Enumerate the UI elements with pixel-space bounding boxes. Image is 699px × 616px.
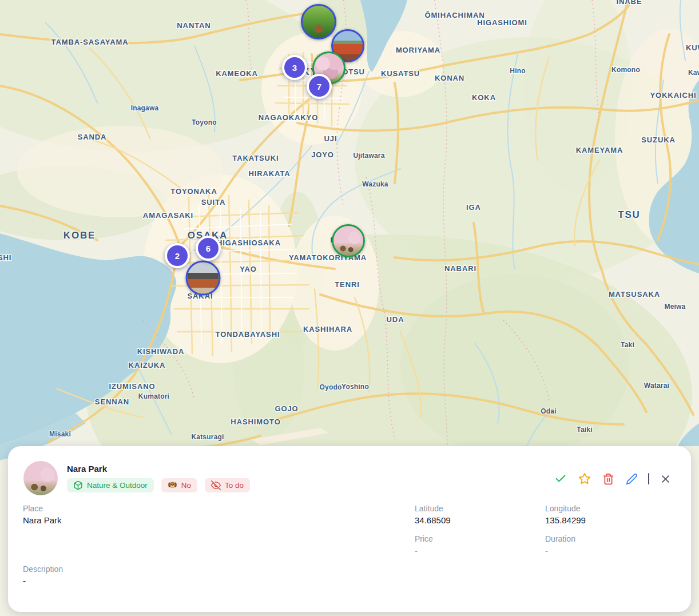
map-label: IGA bbox=[466, 203, 481, 212]
map-label: Inagawa bbox=[131, 104, 159, 112]
map-label: MORIYAMA bbox=[396, 46, 440, 54]
map-label: OTSU bbox=[342, 67, 365, 76]
cluster-marker-3[interactable]: 3 bbox=[282, 55, 307, 80]
map-label: Meiwa bbox=[664, 303, 685, 311]
map-label: KOKA bbox=[472, 93, 496, 102]
map-label: SANDA bbox=[78, 133, 107, 141]
map-label: Ujitawara bbox=[353, 152, 384, 160]
pets-tag-label: No bbox=[181, 481, 191, 490]
check-icon bbox=[554, 472, 567, 485]
map-label: TONDABAYASHI bbox=[216, 330, 280, 339]
longitude-field-value: 135.84299 bbox=[545, 515, 586, 525]
favorite-button[interactable] bbox=[577, 471, 592, 486]
map-label: KUSATSU bbox=[381, 69, 420, 78]
forest-path-photo-marker[interactable] bbox=[301, 4, 336, 39]
map-label: Kawa bbox=[688, 69, 699, 77]
map-label: TENRI bbox=[335, 280, 360, 289]
map-label: Taiki bbox=[577, 426, 592, 434]
duration-field-value: - bbox=[545, 546, 575, 555]
star-icon bbox=[578, 472, 591, 485]
place-field-value: Nara Park bbox=[23, 515, 62, 525]
map-label: KAIZUKA bbox=[129, 361, 166, 369]
nara-park-photo-marker[interactable] bbox=[332, 224, 365, 257]
pencil-icon bbox=[626, 473, 638, 485]
description-field: Description - bbox=[23, 565, 63, 586]
map-label: HIGASHIOSAKA bbox=[217, 239, 281, 247]
map-label: KUW bbox=[686, 43, 699, 52]
map-label: ŌMIHACHIMAN bbox=[424, 11, 484, 19]
map-label: Taki bbox=[621, 341, 634, 349]
map-label: UJI bbox=[324, 134, 337, 143]
map-label: Komono bbox=[611, 66, 640, 74]
duration-field: Duration - bbox=[545, 534, 575, 555]
longitude-field-label: Longitude bbox=[545, 504, 586, 513]
latitude-field: Latitude 34.68509 bbox=[415, 504, 451, 525]
close-icon bbox=[660, 473, 672, 485]
map-label: Hino bbox=[510, 67, 525, 75]
price-field: Price - bbox=[415, 534, 433, 555]
map-label: TOYONAKA bbox=[170, 187, 217, 196]
longitude-field: Longitude 135.84299 bbox=[545, 504, 586, 525]
map-label: YOKKAICHI bbox=[650, 91, 696, 100]
map-label: TSU bbox=[618, 209, 640, 220]
map-label: IZUMISANO bbox=[109, 382, 155, 391]
map-label: KAMEOKA bbox=[216, 69, 257, 78]
edit-button[interactable] bbox=[625, 472, 639, 486]
latitude-field-label: Latitude bbox=[415, 504, 451, 513]
map-label: Oyodo bbox=[320, 383, 342, 391]
osaka-shrine-photo-marker[interactable] bbox=[186, 261, 221, 296]
map-label: Toyono bbox=[192, 118, 217, 126]
price-field-label: Price bbox=[415, 534, 433, 543]
delete-button[interactable] bbox=[601, 472, 615, 486]
place-field: Place Nara Park bbox=[23, 504, 62, 525]
status-tag: To do bbox=[205, 478, 250, 492]
map-label: KOBE bbox=[63, 230, 96, 241]
dog-icon bbox=[168, 480, 177, 490]
price-field-value: - bbox=[415, 546, 433, 555]
category-tag-label: Nature & Outdoor bbox=[87, 481, 148, 490]
confirm-button[interactable] bbox=[553, 471, 568, 486]
map-label: Misaki bbox=[49, 430, 71, 438]
close-button[interactable] bbox=[658, 472, 673, 486]
status-tag-label: To do bbox=[225, 481, 244, 490]
place-field-label: Place bbox=[23, 504, 62, 513]
map-label: Yoshino bbox=[341, 383, 369, 391]
category-tag: Nature & Outdoor bbox=[67, 478, 154, 492]
duration-field-label: Duration bbox=[545, 534, 575, 543]
tags-row: Nature & Outdoor No bbox=[67, 478, 250, 492]
map-label: KAMEYAMA bbox=[576, 146, 623, 154]
eye-off-icon bbox=[211, 480, 221, 490]
map-label: YAO bbox=[240, 265, 257, 273]
cluster-marker-7[interactable]: 7 bbox=[307, 74, 332, 99]
map-label: KISHIWADA bbox=[137, 347, 185, 356]
map-label: Odai bbox=[541, 407, 556, 415]
description-field-label: Description bbox=[23, 565, 63, 574]
cluster-marker-2[interactable]: 2 bbox=[165, 243, 190, 268]
map-label: SUITA bbox=[201, 198, 226, 206]
map-label: KONAN bbox=[435, 74, 464, 82]
map-label: Katsuragi bbox=[191, 433, 224, 441]
map-label: Watarai bbox=[644, 381, 669, 390]
map-label: JOYO bbox=[311, 150, 334, 159]
place-details-panel: Nara Park Nature & Outdoor bbox=[8, 446, 691, 612]
cluster-marker-6[interactable]: 6 bbox=[196, 236, 221, 261]
toolbar-divider bbox=[648, 473, 649, 484]
map-label: MATSUSAKA bbox=[609, 290, 660, 299]
trash-icon bbox=[602, 473, 614, 485]
map-label: NABARI bbox=[444, 264, 476, 273]
latitude-field-value: 34.68509 bbox=[415, 515, 451, 525]
map-label: TAMBA-SASAYAMA bbox=[51, 38, 129, 46]
map-label: NANTAN bbox=[177, 21, 211, 30]
place-title: Nara Park bbox=[67, 464, 107, 474]
map-label: Kumatori bbox=[138, 392, 169, 400]
map-label: TAKATSUKI bbox=[232, 154, 279, 162]
map-app: TAMBA-SASAYAMANANTANKAMEOKASANDAInagawaT… bbox=[0, 0, 699, 616]
map-label: SENNAN bbox=[95, 398, 129, 406]
map-label: SUZUKA bbox=[641, 136, 676, 144]
map-label: INABE bbox=[617, 0, 642, 6]
map-label: HIGASHIOMI bbox=[477, 18, 527, 27]
map-label: UDA bbox=[387, 315, 404, 324]
description-field-value: - bbox=[23, 576, 63, 586]
map-label: SHI bbox=[0, 253, 11, 262]
place-avatar bbox=[23, 461, 58, 495]
